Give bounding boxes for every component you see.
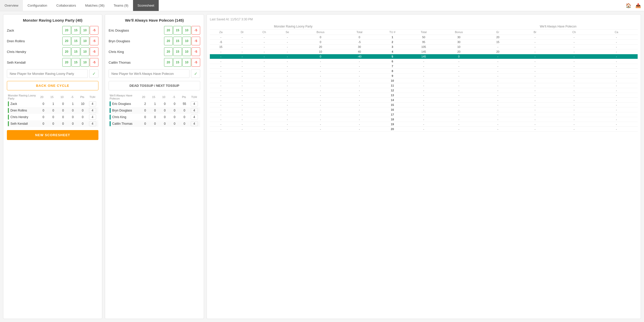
left-stat-row: Dren Rollins 0 0 0 0 0 4 — [7, 107, 98, 114]
cell-se: - — [276, 122, 299, 127]
score-20-button[interactable]: 20 — [164, 58, 173, 67]
score-neg5-button[interactable]: -5 — [90, 26, 98, 35]
score-20-button[interactable]: 20 — [62, 37, 71, 45]
nav-overview[interactable]: Overview — [0, 0, 23, 11]
score-10-button[interactable]: 10 — [81, 37, 89, 45]
score-15-button[interactable]: 15 — [71, 47, 80, 56]
scoresheet-row: - - - - - - 11 - - - - - - — [210, 83, 638, 88]
right-stat-row: Caitlin Thomas 0 0 0 0 0 4 — [109, 120, 200, 127]
score-20-button[interactable]: 20 — [62, 47, 71, 56]
stat-15: 0 — [150, 115, 160, 119]
stat-20: 0 — [140, 109, 150, 112]
stat-10: 0 — [58, 122, 68, 125]
cell-total-l: - — [342, 98, 377, 103]
cell-se: - — [276, 93, 299, 98]
stat-10: 0 — [160, 122, 170, 125]
cell-total-l: - — [342, 83, 377, 88]
cell-tu-num: 18 — [377, 117, 408, 122]
cell-ch-r: - — [553, 127, 595, 132]
cell-se: - — [276, 98, 299, 103]
new-scoresheet-button[interactable]: NEW SCORESHEET — [7, 130, 98, 140]
player-name: Zack — [7, 29, 62, 32]
player-name: Caitlin Thomas — [109, 61, 164, 64]
score-10-button[interactable]: 10 — [182, 47, 191, 56]
stat-tuh: 4 — [189, 121, 199, 126]
cell-er: - — [479, 98, 517, 103]
cell-total-l: - — [342, 74, 377, 78]
stat-pts: 0 — [78, 109, 88, 112]
cell-tu-num: 7 — [377, 64, 408, 69]
cell-ca: - — [595, 69, 638, 74]
stat-15: 1 — [48, 102, 58, 106]
cell-total-r: - — [408, 83, 439, 88]
stat-pts: 0 — [180, 122, 189, 125]
cell-se: - — [276, 78, 299, 83]
cell-total-r: - — [408, 117, 439, 122]
score-neg5-button[interactable]: -5 — [192, 58, 200, 67]
score-15-button[interactable]: 15 — [173, 26, 182, 35]
score-20-button[interactable]: 20 — [164, 47, 173, 56]
score-neg5-button[interactable]: -5 — [192, 47, 200, 56]
score-15-button[interactable]: 15 — [71, 26, 80, 35]
right-new-player-confirm-button[interactable]: ✓ — [191, 69, 200, 78]
stat-20: 0 — [38, 115, 48, 119]
score-20-button[interactable]: 20 — [62, 26, 71, 35]
score-10-button[interactable]: 10 — [81, 47, 89, 56]
nav-scoresheet[interactable]: Scoresheet — [133, 0, 159, 11]
score-20-button[interactable]: 20 — [164, 26, 173, 35]
scoresheet-row: - - - - - - 14 - - - - - - — [210, 98, 638, 103]
cell-total-l: 30 — [342, 45, 377, 49]
cell-ch-r: - — [553, 59, 595, 64]
right-player-row: Eric Douglass 20 15 10 -5 — [109, 26, 200, 35]
score-neg5-button[interactable]: -5 — [90, 58, 98, 67]
score-10-button[interactable]: 10 — [182, 37, 191, 45]
player-name: Eric Douglass — [109, 29, 164, 32]
cell-ch-l: - — [253, 78, 276, 83]
score-15-button[interactable]: 15 — [173, 37, 182, 45]
cell-total-l: 40 — [342, 49, 377, 54]
score-10-button[interactable]: 10 — [182, 26, 191, 35]
scoresheet-row: - - - - - - 8 - - - - - - — [210, 69, 638, 74]
cell-ca: - — [595, 49, 638, 54]
left-new-player-confirm-button[interactable]: ✓ — [89, 69, 98, 78]
stat-20: 0 — [38, 109, 48, 112]
score-20-button[interactable]: 20 — [62, 58, 71, 67]
right-team-title: We'll Always Have Polecon (145) — [109, 18, 200, 22]
home-icon[interactable]: 🏠 — [626, 3, 631, 8]
score-20-button[interactable]: 20 — [164, 37, 173, 45]
score-15-button[interactable]: 15 — [173, 58, 182, 67]
right-new-player-input[interactable] — [109, 69, 189, 78]
nav-collaborators[interactable]: Collaborators — [52, 0, 81, 11]
green-bar — [8, 101, 9, 106]
score-neg5-button[interactable]: -5 — [90, 47, 98, 56]
left-player-row: Chris Hendry 20 15 10 -5 — [7, 47, 98, 56]
dead-tossup-button[interactable]: DEAD TOSSUP / NEXT TOSSUP — [109, 81, 200, 90]
score-10-button[interactable]: 10 — [182, 58, 191, 67]
export-icon[interactable]: 📤 — [635, 3, 641, 8]
score-neg5-button[interactable]: -5 — [90, 37, 98, 45]
col-ch-l: Ch — [253, 30, 276, 35]
back-cycle-button[interactable]: BACK ONE CYCLE — [7, 81, 98, 90]
green-bar — [8, 121, 9, 126]
cell-total-l: - — [342, 69, 377, 74]
stat-pts: 10 — [78, 102, 88, 106]
cell-br: - — [517, 54, 553, 59]
cell-ch-r: - — [553, 35, 595, 40]
cell-ch-l: - — [253, 107, 276, 112]
cell-er: - — [479, 112, 517, 117]
left-players-list: Zack 20 15 10 -5 Dren Rollins 20 15 10 -… — [7, 26, 98, 67]
score-15-button[interactable]: 15 — [173, 47, 182, 56]
cell-za: - — [210, 83, 232, 88]
score-10-button[interactable]: 10 — [81, 58, 89, 67]
score-neg5-button[interactable]: -5 — [192, 37, 200, 45]
cell-er: - — [479, 64, 517, 69]
score-neg5-button[interactable]: -5 — [192, 26, 200, 35]
score-10-button[interactable]: 10 — [81, 26, 89, 35]
score-15-button[interactable]: 15 — [71, 58, 80, 67]
left-new-player-input[interactable] — [7, 69, 88, 78]
nav-matches[interactable]: Matches (36) — [81, 0, 109, 11]
cell-ch-r: - — [553, 74, 595, 78]
nav-configuration[interactable]: Configuration — [23, 0, 52, 11]
nav-teams[interactable]: Teams (9) — [109, 0, 133, 11]
score-15-button[interactable]: 15 — [71, 37, 80, 45]
